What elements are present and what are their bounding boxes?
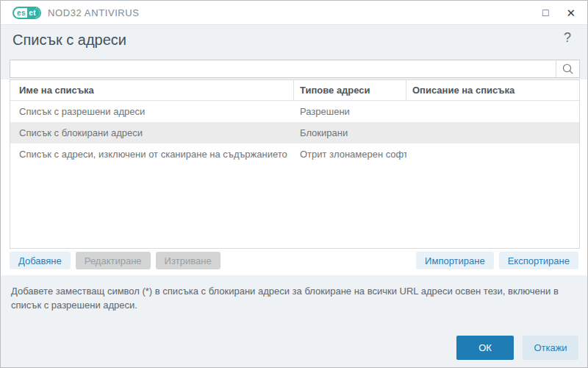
- maximize-button[interactable]: □: [542, 7, 548, 18]
- ok-button[interactable]: ОК: [456, 336, 514, 360]
- window-controls: □ ✕: [542, 7, 576, 18]
- table-row[interactable]: Списък с адреси, изключени от сканиране …: [10, 144, 579, 165]
- table-row[interactable]: Списък с разрешени адреси Разрешени: [10, 101, 579, 122]
- table-row-selected[interactable]: Списък с блокирани адреси Блокирани: [10, 122, 579, 144]
- eset-logo-es: es: [14, 8, 27, 18]
- column-header-description[interactable]: Описание на списъка: [406, 80, 579, 100]
- address-list-table: Име на списъка Типове адреси Описание на…: [10, 79, 580, 249]
- titlebar: es et NOD32 ANTIVIRUS □ ✕: [1, 1, 587, 25]
- help-icon[interactable]: ?: [564, 30, 571, 46]
- column-header-type[interactable]: Типове адреси: [294, 80, 406, 100]
- cell-list-name: Списък с блокирани адреси: [10, 122, 294, 144]
- cell-address-type: Разрешени: [294, 101, 406, 122]
- action-button-bar: Добавяне Редактиране Изтриване Импортира…: [10, 252, 578, 269]
- cell-description: [406, 144, 579, 165]
- cell-list-name: Списък с адреси, изключени от сканиране …: [10, 144, 294, 165]
- add-button[interactable]: Добавяне: [10, 252, 71, 269]
- edit-button: Редактиране: [76, 252, 151, 269]
- address-list-dialog: es et NOD32 ANTIVIRUS □ ✕ Списък с адрес…: [0, 0, 588, 368]
- cell-address-type: Блокирани: [294, 122, 406, 144]
- table-header-row: Име на списъка Типове адреси Описание на…: [10, 80, 579, 101]
- cell-description: [406, 101, 579, 122]
- page-title: Списък с адреси: [12, 32, 126, 49]
- cell-list-name: Списък с разрешени адреси: [10, 101, 294, 122]
- product-name: NOD32 ANTIVIRUS: [48, 7, 140, 18]
- cancel-button[interactable]: Откажи: [523, 336, 578, 360]
- wildcard-note: Добавете заместващ символ (*) в списъка …: [11, 284, 581, 312]
- eset-logo-et: et: [27, 8, 40, 18]
- eset-logo-icon: es et: [12, 7, 41, 19]
- import-button[interactable]: Импортиране: [416, 252, 494, 269]
- search-icon[interactable]: [556, 60, 579, 77]
- search-bar: [10, 60, 580, 78]
- import-export-group: Импортиране Експортиране: [416, 252, 578, 269]
- delete-button: Изтриване: [156, 252, 220, 269]
- cell-description: [406, 122, 579, 144]
- close-button[interactable]: ✕: [566, 7, 576, 18]
- cell-address-type: Отрит злонамерен софт...: [294, 144, 406, 165]
- export-button[interactable]: Експортиране: [499, 252, 578, 269]
- column-header-name[interactable]: Име на списъка: [10, 80, 294, 100]
- search-input[interactable]: [10, 60, 556, 77]
